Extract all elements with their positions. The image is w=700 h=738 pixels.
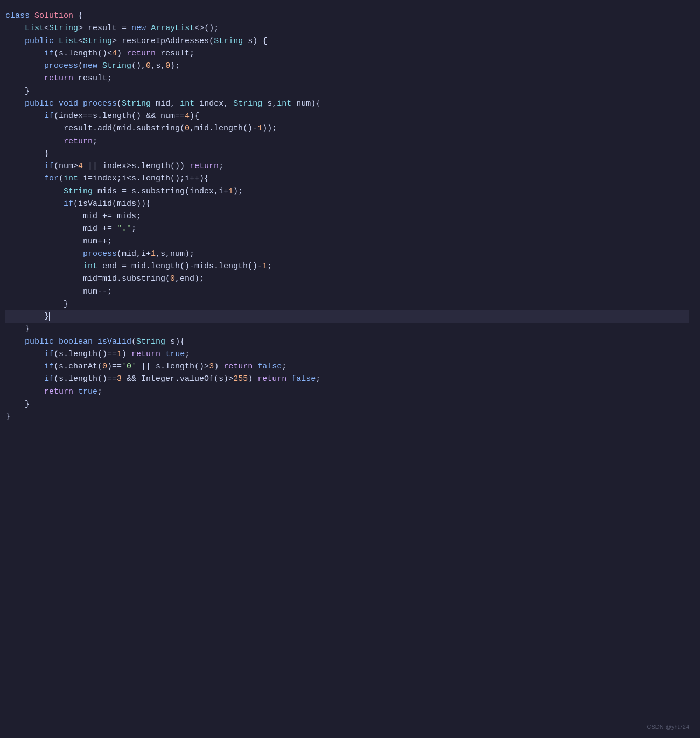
watermark: CSDN @yht724 bbox=[647, 722, 689, 732]
code-container: class Solution { List<String> result = n… bbox=[0, 0, 700, 738]
code-block: class Solution { List<String> result = n… bbox=[5, 10, 689, 423]
